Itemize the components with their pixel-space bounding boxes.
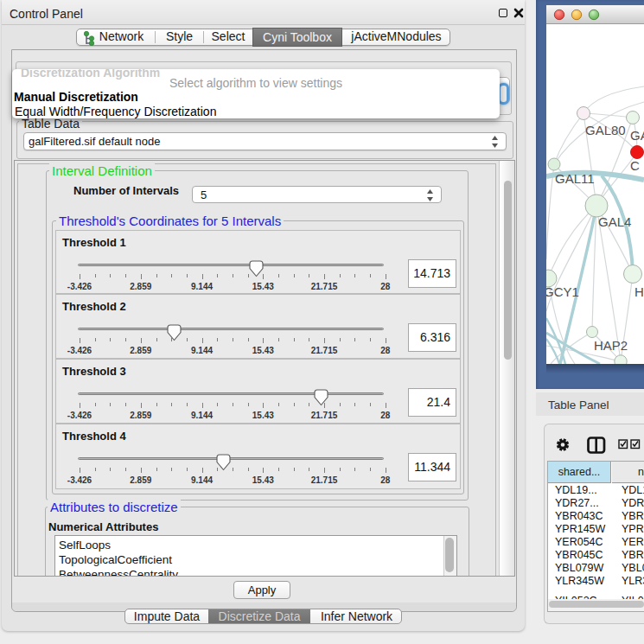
svg-text:H: H bbox=[634, 284, 644, 299]
svg-text:GA: GA bbox=[630, 128, 644, 143]
svg-text:GCY1: GCY1 bbox=[546, 284, 579, 299]
svg-text:HAP2: HAP2 bbox=[594, 338, 628, 353]
svg-text:GAL4: GAL4 bbox=[598, 214, 631, 229]
svg-text:GAL80: GAL80 bbox=[585, 123, 626, 137]
svg-text:C: C bbox=[630, 158, 640, 173]
svg-text:GAL11: GAL11 bbox=[555, 171, 595, 186]
